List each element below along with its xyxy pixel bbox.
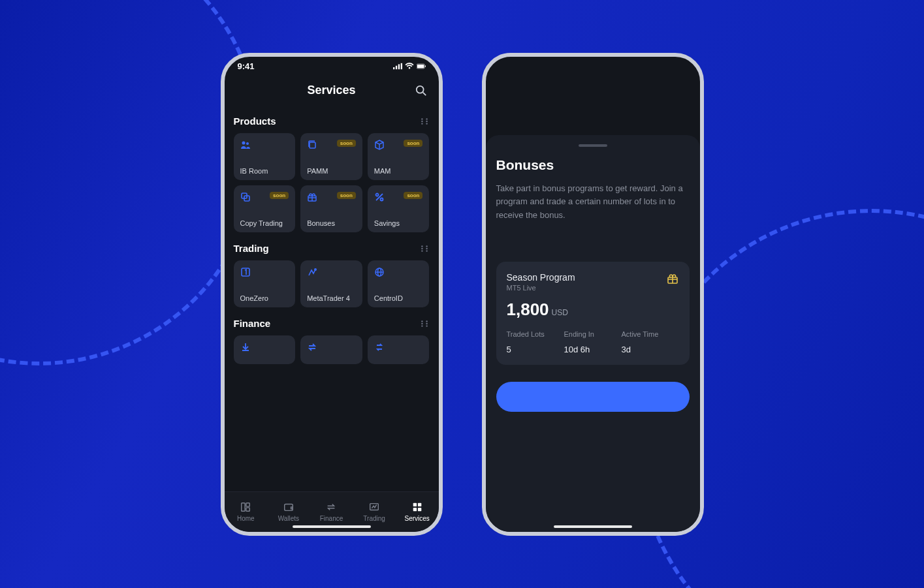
download-icon [240, 342, 251, 352]
page-title: Services [307, 84, 355, 97]
sheet-description: Take part in bonus programs to get rewar… [496, 182, 690, 223]
nav-label: Trading [363, 515, 385, 522]
tile-centroid[interactable]: CentroID [368, 260, 430, 307]
tile-label: CentroID [374, 294, 423, 302]
sheet-title: Bonuses [496, 157, 690, 173]
svg-rect-17 [310, 142, 315, 148]
tile-onezero[interactable]: OneZero [234, 260, 296, 307]
globe-icon [374, 267, 385, 277]
svg-point-39 [426, 325, 427, 326]
svg-rect-40 [242, 503, 245, 512]
bonuses-sheet: Bonuses Take part in bonus programs to g… [486, 135, 700, 532]
amount-currency: USD [552, 308, 568, 317]
section-head-trading: Trading [234, 243, 430, 254]
copy-icon [307, 140, 317, 150]
wallet-icon [283, 501, 295, 513]
tile-label: Bonuses [307, 219, 356, 227]
page-title-dimmed [591, 84, 594, 97]
svg-rect-48 [418, 508, 421, 511]
svg-point-28 [421, 250, 422, 251]
svg-point-24 [421, 245, 422, 247]
svg-rect-6 [424, 65, 425, 67]
drag-handle-icon[interactable] [421, 116, 430, 125]
drag-handle-icon[interactable] [421, 318, 430, 328]
svg-point-26 [421, 248, 422, 249]
tile-label: PAMM [307, 167, 356, 175]
svg-point-25 [426, 245, 427, 247]
svg-rect-0 [393, 67, 394, 69]
app-header-dimmed [486, 76, 700, 105]
status-time [499, 61, 502, 71]
tile-pamm[interactable]: soon PAMM [300, 133, 362, 180]
cube-icon [374, 140, 385, 150]
tile-copy-trading[interactable]: soon Copy Trading [234, 185, 296, 232]
svg-rect-2 [398, 64, 399, 69]
home-indicator [293, 525, 371, 528]
gift-icon [307, 192, 317, 202]
soon-badge: soon [270, 192, 289, 199]
tile-ib-room[interactable]: IB Room [234, 133, 296, 180]
bonus-card[interactable]: Season Program MT5 Live 1,800USD Traded … [496, 262, 690, 365]
services-content: Products IB Room soon PAMM soon MAM [225, 105, 439, 491]
svg-point-16 [246, 142, 249, 145]
percent-icon [374, 192, 385, 202]
svg-rect-45 [413, 503, 416, 506]
bonus-stats: Traded Lots 5 Ending In 10d 6h Active Ti… [507, 330, 679, 354]
amount-value: 1,800 [507, 300, 549, 319]
tile-label: Copy Trading [240, 219, 289, 227]
tile-label: OneZero [240, 294, 289, 302]
svg-point-34 [421, 320, 422, 322]
app-header: Services [225, 76, 439, 105]
stat-value: 5 [507, 345, 564, 354]
svg-point-13 [421, 123, 422, 124]
svg-rect-3 [400, 63, 402, 69]
finance-icon [325, 501, 337, 513]
svg-point-22 [375, 193, 378, 196]
svg-rect-5 [417, 65, 424, 68]
svg-point-31 [315, 268, 316, 270]
svg-rect-42 [246, 508, 249, 511]
cellular-icon [393, 63, 402, 70]
tile-label: Savings [374, 219, 423, 227]
nav-home[interactable]: Home [225, 492, 268, 532]
svg-rect-41 [246, 503, 249, 506]
tile-deposit[interactable] [234, 335, 296, 364]
swap-icon [307, 342, 317, 352]
stat-label: Traded Lots [507, 330, 545, 338]
tile-savings[interactable]: soon Savings [368, 185, 430, 232]
svg-point-23 [380, 198, 383, 200]
nav-label: Home [237, 515, 255, 522]
svg-line-8 [422, 92, 426, 95]
stat-label: Active Time [622, 330, 659, 338]
tile-bonuses[interactable]: soon Bonuses [300, 185, 362, 232]
phone-left: 9:41 Services Products IB Room [221, 53, 443, 536]
spark-icon [307, 267, 317, 277]
nav-services[interactable]: Services [396, 492, 439, 532]
svg-point-10 [426, 118, 427, 119]
section-title-trading: Trading [234, 243, 269, 254]
primary-cta-button[interactable] [496, 382, 690, 412]
tile-transfer[interactable] [300, 335, 362, 364]
sheet-drag-handle[interactable] [579, 144, 607, 147]
svg-point-15 [242, 141, 245, 144]
tile-exchange[interactable] [368, 335, 430, 364]
program-name: Season Program [507, 272, 575, 283]
svg-point-11 [421, 121, 422, 122]
tile-metatrader4[interactable]: MetaTrader 4 [300, 260, 362, 307]
drag-handle-icon[interactable] [421, 243, 430, 253]
svg-point-27 [426, 248, 427, 249]
tile-mam[interactable]: soon MAM [368, 133, 430, 180]
gift-icon [666, 272, 679, 285]
loop-icon [374, 342, 385, 352]
svg-point-7 [416, 85, 423, 93]
stat-label: Ending In [564, 330, 594, 338]
status-bar [486, 57, 700, 76]
svg-rect-46 [418, 503, 421, 506]
stat-value: 3d [622, 345, 679, 354]
soon-badge: soon [337, 192, 356, 199]
search-button[interactable] [415, 85, 427, 97]
finance-grid [234, 335, 430, 364]
tile-label: IB Room [240, 167, 289, 175]
section-head-finance: Finance [234, 318, 430, 329]
home-indicator [554, 525, 632, 528]
